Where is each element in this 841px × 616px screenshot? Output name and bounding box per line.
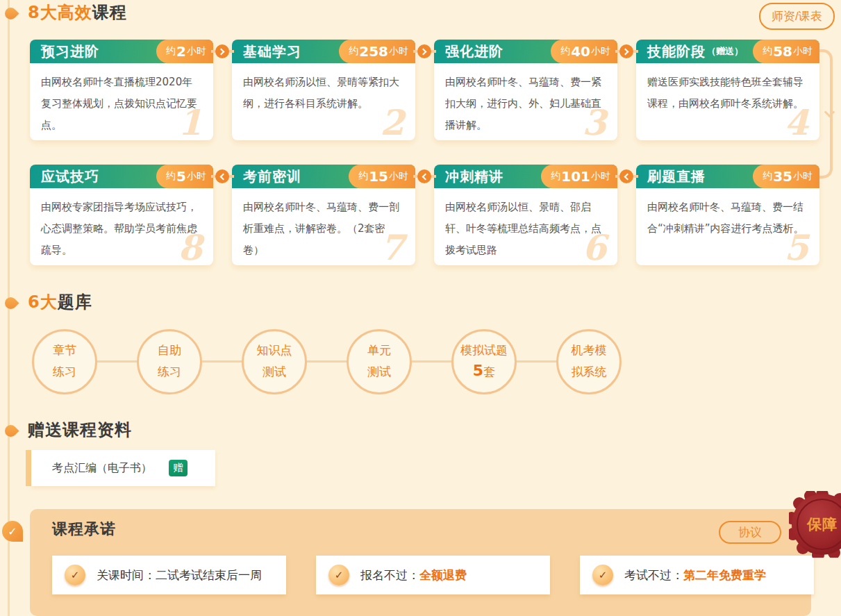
badge-prefix: 约 [166,170,176,183]
course-card-4[interactable]: 技能阶段 （赠送） 约58小时 赠送医师实践技能特色班全套辅导课程，由网校名师叶… [636,40,819,140]
course-card-1[interactable]: 预习进阶 约2小时 由网校名师叶冬直播梳理2020年复习整体规划，点拨知识点记忆… [30,40,213,140]
qb-item-knowledge-test[interactable]: 知识点 测试 [242,329,307,394]
chevron-right-icon [619,44,633,58]
material-label: 考点汇编（电子书） [52,461,152,476]
section-bullet-icon [2,422,19,439]
promise-text: 关课时间：二试考试结束后一周 [97,567,262,583]
course-card-2[interactable]: 基础学习 约258小时 由网校名师汤以恒、景晴等紧扣大纲，进行各科目系统讲解。 … [232,40,415,140]
material-accent-strip [26,450,31,486]
qb-item-rest: 测试 [263,365,286,378]
course-title: 应试技巧 [41,167,99,186]
duration-badge: 约101小时 [541,165,617,188]
badge-suffix: 小时 [187,170,206,183]
badge-hours: 35 [773,168,792,185]
qb-item-line1: 单元 [367,341,391,359]
course-card-header: 基础学习 约258小时 [232,40,415,63]
check-icon: ✓ [592,565,613,585]
course-title: 基础学习 [243,42,301,61]
course-title: 预习进阶 [41,42,99,61]
course-card-7[interactable]: 考前密训 约15小时 由网校名师叶冬、马蕴琦、费一剖析重难点，讲解密卷。（2套密… [232,165,415,265]
flow-connector [213,43,232,60]
badge-suffix: 小时 [793,45,813,58]
course-description: 由网校名师叶冬、马蕴琦、费一结合“冲刺精讲”内容进行考点透析。 [636,188,819,240]
duration-badge: 约258小时 [339,40,415,63]
courses-row-1: 预习进阶 约2小时 由网校名师叶冬直播梳理2020年复习整体规划，点拨知识点记忆… [30,40,819,140]
promise-text: 考试不过：第二年免费重学 [624,567,766,583]
badge-prefix: 约 [349,45,358,58]
qb-item-rest: 练习 [158,365,181,378]
badge-prefix: 约 [560,45,570,58]
promise-prefix: 报名不过： [360,568,419,582]
chevron-left-icon [619,169,633,183]
badge-suffix: 小时 [389,170,408,183]
qb-item-line1: 知识点 [257,341,292,359]
materials-section-title: 赠送课程资料 [28,419,132,441]
badge-hours: 2 [176,43,186,60]
badge-prefix: 约 [551,170,560,183]
promise-strong: 第二年免费重学 [683,568,766,582]
qb-item-chapter-practice[interactable]: 章节 练习 [32,329,97,394]
badge-hours: 5 [176,168,186,185]
qb-item-computer-exam-sim[interactable]: 机考模 拟系统 [556,329,622,394]
course-card-8[interactable]: 应试技巧 约5小时 由网校专家团指导考场应试技巧，心态调整策略。帮助学员考前焦虑… [30,165,213,265]
course-card-header: 考前密训 约15小时 [232,165,415,188]
duration-badge: 约58小时 [753,40,819,63]
course-title: 考前密训 [243,167,301,186]
courses-title-highlight: 8大高效 [28,3,92,22]
badge-prefix: 约 [166,45,176,58]
badge-hours: 15 [369,168,388,185]
chevron-left-icon [215,169,229,183]
badge-hours: 101 [561,168,590,185]
badge-suffix: 小时 [591,170,610,183]
duration-badge: 约40小时 [551,40,617,63]
check-bullet-icon: ✓ [2,521,23,542]
qb-item-line1: 模拟试题 [460,341,508,359]
flow-connector [617,43,636,60]
course-card-header: 刷题直播 约35小时 [636,165,819,188]
course-title: 冲刺精讲 [445,167,503,186]
course-title: 刷题直播 [647,167,706,186]
check-icon: ✓ [328,565,349,585]
question-bank-section-title: 6大题库 [28,291,92,313]
qb-item-mock-exams[interactable]: 模拟试题 5套 [451,329,517,394]
badge-suffix: 小时 [389,45,408,58]
promise-title: 课程承诺 [52,519,116,540]
course-description: 由网校名师叶冬、马蕴琦、费一剖析重难点，讲解密卷。（2套密卷） [232,188,415,261]
schedule-button[interactable]: 师资/课表 [759,3,835,30]
chevron-left-icon [417,169,431,183]
course-card-5[interactable]: 刷题直播 约35小时 由网校名师叶冬、马蕴琦、费一结合“冲刺精讲”内容进行考点透… [636,165,819,265]
badge-suffix: 小时 [591,45,610,58]
check-icon: ✓ [65,565,85,585]
promise-prefix: 考试不过： [624,568,683,582]
badge-suffix: 小时 [793,170,813,183]
course-title: 强化进阶 [445,42,503,61]
qb-item-strong: 5 [473,362,483,379]
badge-prefix: 约 [763,170,772,183]
seal-label: 保障 [789,491,841,558]
promise-strong: 全额退费 [419,568,467,582]
qb-item-line2: 拟系统 [572,359,607,383]
course-card-3[interactable]: 强化进阶 约40小时 由网校名师叶冬、马蕴琦、费一紧扣大纲，进行内、外、妇儿基础… [434,40,617,140]
qb-item-self-practice[interactable]: 自助 练习 [137,329,202,394]
course-card-6[interactable]: 冲刺精讲 约101小时 由网校名师汤以恒、景晴、邵启轩、叶冬等梳理总结高频考点，… [434,165,617,265]
courses-row-2: 应试技巧 约5小时 由网校专家团指导考场应试技巧，心态调整策略。帮助学员考前焦虑… [30,165,819,265]
duration-badge: 约35小时 [753,165,819,188]
agreement-button[interactable]: 协议 [719,521,781,544]
qb-item-unit-test[interactable]: 单元 测试 [347,329,412,394]
duration-badge: 约15小时 [349,165,415,188]
qb-item-rest: 套 [483,365,495,378]
qb-item-line1: 自助 [158,341,181,359]
promise-panel: 课程承诺 协议 ✓ 关课时间：二试考试结束后一周 ✓ 报名不过：全额退费 ✓ 考… [30,509,811,616]
qb-item-line2: 测试 [263,359,286,383]
material-item[interactable]: 考点汇编（电子书） 赠 [31,450,215,486]
duration-badge: 约5小时 [156,165,213,188]
qb-item-line1: 章节 [53,341,76,359]
qb-title-rest: 题库 [58,292,92,312]
course-card-header: 冲刺精讲 约101小时 [434,165,617,188]
promise-item-close-time: ✓ 关课时间：二试考试结束后一周 [52,556,286,594]
courses-title-rest: 课程 [92,3,127,22]
gift-badge: 赠 [169,460,188,476]
qb-item-line2: 练习 [53,359,76,383]
course-description: 由网校名师叶冬直播梳理2020年复习整体规划，点拨知识点记忆要点。 [30,63,213,136]
badge-hours: 58 [773,43,792,60]
